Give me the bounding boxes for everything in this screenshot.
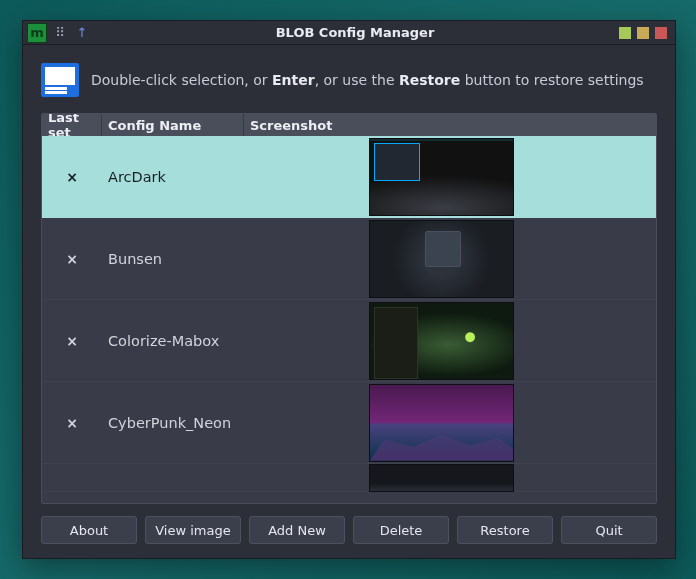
screenshot-cell	[244, 382, 656, 463]
screenshot-thumb	[369, 464, 514, 492]
window-controls	[619, 27, 671, 39]
screenshot-cell	[244, 464, 656, 491]
table-row[interactable]: ×Colorize-Mabox	[42, 300, 656, 382]
window-list-icon[interactable]: ⠿	[51, 24, 69, 42]
restore-button[interactable]: Restore	[457, 516, 553, 544]
table-row[interactable]: ×CyberPunk_Neon	[42, 382, 656, 464]
table-row[interactable]: ×Bunsen	[42, 218, 656, 300]
config-manager-window: m ⠿ ↑ BLOB Config Manager Double-click s…	[22, 20, 676, 559]
table-row[interactable]: ×ArcDark	[42, 136, 656, 218]
table-row[interactable]	[42, 464, 656, 492]
table-header: Last set Config Name Screenshot	[42, 114, 656, 136]
col-config-name[interactable]: Config Name	[102, 114, 244, 136]
titlebar[interactable]: m ⠿ ↑ BLOB Config Manager	[23, 21, 675, 45]
app-menu-icon[interactable]: m	[27, 23, 47, 43]
content-area: Double-click selection, or Enter, or use…	[23, 45, 675, 558]
last-set-mark: ×	[42, 136, 102, 217]
last-set-mark: ×	[42, 300, 102, 381]
instruction-row: Double-click selection, or Enter, or use…	[41, 63, 657, 103]
screenshot-thumb	[369, 302, 514, 380]
last-set-mark: ×	[42, 382, 102, 463]
instr-enter: Enter	[272, 72, 315, 88]
instruction-text: Double-click selection, or Enter, or use…	[91, 72, 644, 88]
col-screenshot[interactable]: Screenshot	[244, 114, 656, 136]
screenshot-cell	[244, 218, 656, 299]
view-image-button[interactable]: View image	[145, 516, 241, 544]
delete-button[interactable]: Delete	[353, 516, 449, 544]
table-body[interactable]: ×ArcDark×Bunsen×Colorize-Mabox×CyberPunk…	[42, 136, 656, 503]
window-title: BLOB Config Manager	[95, 25, 615, 40]
titlebar-left: m ⠿ ↑	[27, 23, 91, 43]
dialog-icon	[41, 63, 79, 97]
button-bar: About View image Add New Delete Restore …	[41, 514, 657, 544]
config-name-cell	[102, 464, 244, 491]
quit-button[interactable]: Quit	[561, 516, 657, 544]
minimize-button[interactable]	[619, 27, 631, 39]
last-set-mark: ×	[42, 218, 102, 299]
screenshot-cell	[244, 300, 656, 381]
maximize-button[interactable]	[637, 27, 649, 39]
instr-post: button to restore settings	[460, 72, 643, 88]
config-name-cell: Bunsen	[102, 218, 244, 299]
screenshot-thumb	[369, 384, 514, 462]
add-new-button[interactable]: Add New	[249, 516, 345, 544]
screenshot-thumb	[369, 138, 514, 216]
config-name-cell: Colorize-Mabox	[102, 300, 244, 381]
col-last-set[interactable]: Last set	[42, 114, 102, 136]
config-table: Last set Config Name Screenshot ×ArcDark…	[41, 113, 657, 504]
instr-restore: Restore	[399, 72, 460, 88]
up-arrow-icon[interactable]: ↑	[73, 24, 91, 42]
last-set-mark	[42, 464, 102, 491]
close-button[interactable]	[655, 27, 667, 39]
screenshot-thumb	[369, 220, 514, 298]
instr-pre: Double-click selection, or	[91, 72, 272, 88]
config-name-cell: ArcDark	[102, 136, 244, 217]
instr-mid: , or use the	[315, 72, 399, 88]
about-button[interactable]: About	[41, 516, 137, 544]
screenshot-cell	[244, 136, 656, 217]
config-name-cell: CyberPunk_Neon	[102, 382, 244, 463]
